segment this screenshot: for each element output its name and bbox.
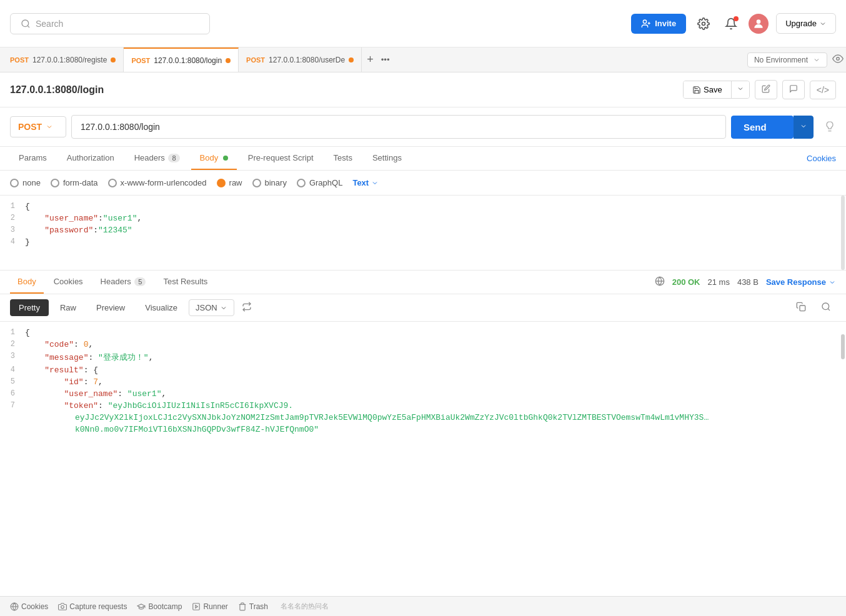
more-tabs-button[interactable]: ••• (379, 52, 392, 67)
tab-params[interactable]: Params (10, 147, 56, 170)
option-binary[interactable]: binary (252, 178, 287, 187)
send-button[interactable]: Send (731, 116, 794, 139)
tabs-bar: POST 127.0.0.1:8080/registe POST 127.0.0… (0, 47, 846, 72)
code-line-3: 3 "password":"12345" (0, 224, 846, 236)
chevron-down-icon (800, 122, 807, 130)
res-tab-body[interactable]: Body (10, 271, 44, 294)
search-placeholder: Search (36, 19, 63, 29)
save-icon (692, 86, 701, 94)
tab-tests[interactable]: Tests (325, 147, 361, 170)
tab-prerequest[interactable]: Pre-request Script (239, 147, 322, 170)
code-button[interactable]: </> (810, 81, 836, 99)
chevron-down-icon (813, 56, 820, 64)
top-header: Search Invite Upgrad (0, 0, 846, 47)
radio-graphql (297, 179, 306, 187)
option-urlencoded[interactable]: x-www-form-urlencoded (108, 178, 207, 187)
res-tab-test-results[interactable]: Test Results (156, 271, 215, 294)
response-status: 200 OK (672, 277, 700, 287)
wrap-lines-button[interactable] (237, 299, 257, 316)
radio-urlencoded (108, 179, 117, 187)
tab-settings[interactable]: Settings (364, 147, 411, 170)
tab-unsaved-dot (111, 57, 116, 62)
tab-body[interactable]: Body (191, 147, 237, 170)
tab-login[interactable]: POST 127.0.0.1:8080/login (124, 47, 239, 72)
request-title: 127.0.0.1:8080/login (10, 84, 104, 96)
tab-userdetail[interactable]: POST 127.0.0.1:8080/userDe (239, 47, 362, 72)
edit-button[interactable] (755, 80, 777, 99)
chevron-down-icon (829, 279, 836, 286)
send-dropdown-button[interactable] (794, 116, 814, 139)
svg-point-5 (702, 22, 705, 25)
svg-line-1 (27, 26, 29, 27)
add-tab-button[interactable]: + (364, 51, 376, 69)
capture-icon (58, 602, 67, 611)
response-time: 21 ms (708, 277, 730, 287)
res-line-3: 3 "message": "登录成功！", (0, 350, 846, 364)
fmt-pretty[interactable]: Pretty (10, 299, 49, 316)
svg-point-7 (837, 57, 840, 61)
upgrade-button[interactable]: Upgrade (776, 13, 836, 34)
svg-point-15 (61, 605, 64, 609)
svg-marker-17 (196, 605, 198, 608)
json-format-dropdown[interactable]: JSON (189, 299, 234, 316)
request-row: POST Send (0, 107, 846, 147)
bootcamp-status-item[interactable]: Bootcamp (137, 602, 182, 611)
header-right: Invite Upgrade (631, 13, 836, 34)
option-raw[interactable]: raw (217, 178, 242, 187)
response-body: 1 { 2 "code": 0, 3 "message": "登录成功！", 4… (0, 322, 846, 497)
capture-status-item[interactable]: Capture requests (58, 602, 127, 611)
svg-point-2 (643, 20, 646, 23)
search-response-button[interactable] (816, 299, 836, 316)
chevron-down-icon (737, 85, 744, 92)
environment-eye-icon[interactable] (832, 53, 844, 66)
tab-registe[interactable]: POST 127.0.0.1:8080/registe (2, 47, 124, 72)
settings-icon-btn[interactable] (694, 14, 714, 34)
option-graphql[interactable]: GraphQL (297, 178, 342, 187)
cookies-link[interactable]: Cookies (807, 154, 836, 163)
search-box[interactable]: Search (10, 13, 210, 34)
runner-status-item[interactable]: Runner (192, 602, 227, 611)
fmt-visualize[interactable]: Visualize (136, 299, 186, 316)
method-select[interactable]: POST (10, 116, 66, 137)
runner-icon (192, 602, 201, 611)
status-bar: Cookies Capture requests Bootcamp Runner… (0, 596, 846, 616)
code-line-2: 2 "user_name":"user1", (0, 212, 846, 224)
request-body-editor[interactable]: 1 { 2 "user_name":"user1", 3 "password":… (0, 196, 846, 271)
res-tab-cookies[interactable]: Cookies (46, 271, 91, 294)
fmt-preview[interactable]: Preview (87, 299, 134, 316)
pencil-icon (762, 84, 770, 93)
tab-authorization[interactable]: Authorization (58, 147, 123, 170)
fmt-raw[interactable]: Raw (51, 299, 85, 316)
globe-icon (10, 602, 19, 611)
svg-line-12 (828, 309, 830, 310)
comment-button[interactable] (782, 80, 805, 99)
chevron-down-icon (371, 179, 379, 187)
editor-scrollbar[interactable] (841, 196, 845, 270)
chevron-down-icon (819, 20, 827, 27)
url-input[interactable] (71, 115, 726, 139)
tab-unsaved-dot-2 (226, 58, 231, 63)
save-response-button[interactable]: Save Response (766, 277, 836, 287)
avatar-icon[interactable] (749, 14, 769, 34)
text-format-dropdown[interactable]: Text (352, 178, 379, 187)
trash-status-item[interactable]: Trash (238, 602, 268, 611)
save-button[interactable]: Save (684, 81, 732, 98)
radio-none (10, 179, 19, 187)
environment-selector[interactable]: No Environment (747, 52, 827, 67)
copy-response-button[interactable] (791, 299, 811, 316)
res-line-4: 4 "result": { (0, 364, 846, 376)
option-form-data[interactable]: form-data (51, 178, 98, 187)
tab-headers[interactable]: Headers 8 (126, 147, 189, 170)
save-dropdown-button[interactable] (732, 81, 749, 98)
response-scrollbar[interactable] (841, 334, 845, 359)
option-none[interactable]: none (10, 178, 41, 187)
cookies-status-item[interactable]: Cookies (10, 602, 48, 611)
res-tab-headers[interactable]: Headers 5 (93, 271, 154, 294)
url-bar-container: 127.0.0.1:8080/login Save </> (0, 72, 846, 107)
lightbulb-side-icon[interactable] (824, 120, 836, 134)
notification-bell-btn[interactable] (721, 14, 741, 34)
code-line-1: 1 { (0, 201, 846, 212)
person-add-icon (641, 19, 651, 29)
svg-point-11 (822, 303, 829, 310)
invite-button[interactable]: Invite (631, 14, 686, 34)
